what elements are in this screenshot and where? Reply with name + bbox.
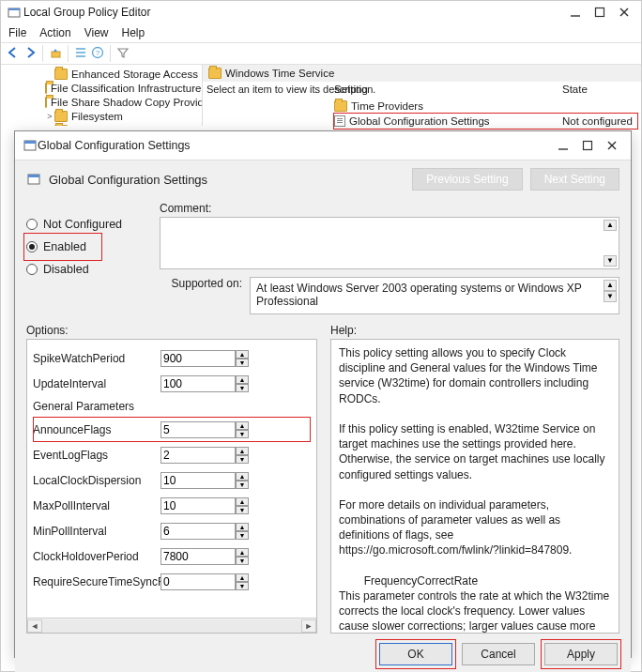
close-icon[interactable] bbox=[606, 140, 618, 151]
option-value-field[interactable] bbox=[160, 350, 236, 367]
tree-item[interactable]: File Share Shadow Copy Provider bbox=[3, 95, 200, 109]
option-input[interactable]: ▲▼ bbox=[160, 472, 249, 489]
column-headers: Setting State bbox=[334, 84, 637, 95]
option-group-header: General Parameters bbox=[33, 396, 311, 417]
option-input[interactable]: ▲▼ bbox=[160, 350, 249, 367]
list-pane: Windows Time Service Select an item to v… bbox=[203, 65, 641, 126]
option-row: MaxPollInterval▲▼ bbox=[33, 493, 311, 518]
spin-up-icon[interactable]: ▲ bbox=[236, 447, 249, 455]
option-key: UpdateInterval bbox=[33, 377, 153, 390]
maximize-icon[interactable] bbox=[594, 7, 605, 18]
radio-icon bbox=[26, 264, 38, 275]
spin-up-icon[interactable]: ▲ bbox=[236, 548, 249, 557]
spin-down-icon[interactable]: ▼ bbox=[236, 557, 249, 565]
maximize-icon[interactable] bbox=[582, 140, 593, 151]
apply-button[interactable]: Apply bbox=[544, 643, 618, 665]
spin-up-icon[interactable]: ▲ bbox=[236, 350, 249, 359]
settings-dialog: Global Configuration Settings Global Con… bbox=[14, 130, 632, 658]
up-arrow-icon[interactable]: ▲ bbox=[604, 280, 617, 291]
scroll-track[interactable] bbox=[42, 619, 301, 633]
menu-view[interactable]: View bbox=[84, 26, 109, 39]
list-row-time-providers[interactable]: Time Providers bbox=[334, 99, 637, 114]
list-icon[interactable] bbox=[74, 46, 87, 62]
up-arrow-icon[interactable]: ▲ bbox=[604, 220, 617, 231]
comment-textarea[interactable]: ▲ ▼ bbox=[160, 217, 619, 269]
spin-down-icon[interactable]: ▼ bbox=[236, 582, 249, 590]
supported-text: At least Windows Server 2003 operating s… bbox=[250, 277, 619, 314]
tree-item[interactable]: File Classification Infrastructure bbox=[3, 81, 200, 95]
menu-action[interactable]: Action bbox=[39, 26, 70, 39]
list-row-global-config[interactable]: Global Configuration Settings bbox=[334, 114, 637, 129]
spin-up-icon[interactable]: ▲ bbox=[236, 472, 249, 481]
option-value-field[interactable] bbox=[160, 447, 236, 464]
spin-up-icon[interactable]: ▲ bbox=[236, 375, 249, 384]
col-setting[interactable]: Setting bbox=[334, 84, 562, 95]
option-value-field[interactable] bbox=[160, 421, 236, 438]
option-input[interactable]: ▲▼ bbox=[160, 523, 249, 540]
spin-down-icon[interactable]: ▼ bbox=[236, 455, 249, 464]
menu-file[interactable]: File bbox=[8, 26, 26, 39]
menu-help[interactable]: Help bbox=[122, 26, 145, 39]
row-label: Time Providers bbox=[351, 100, 562, 112]
spin-down-icon[interactable]: ▼ bbox=[236, 481, 249, 489]
svg-text:?: ? bbox=[96, 49, 100, 57]
option-value-field[interactable] bbox=[160, 375, 236, 392]
tree-pane[interactable]: Enhanced Storage AccessFile Classificati… bbox=[1, 65, 203, 126]
radio-label: Disabled bbox=[43, 263, 89, 276]
option-row: MinPollInterval▲▼ bbox=[33, 518, 311, 543]
option-input[interactable]: ▲▼ bbox=[160, 497, 249, 514]
up-icon[interactable] bbox=[49, 46, 62, 62]
option-input[interactable]: ▲▼ bbox=[160, 548, 249, 565]
filter-icon[interactable] bbox=[116, 46, 130, 62]
option-input[interactable]: ▲▼ bbox=[160, 421, 249, 438]
options-label: Options: bbox=[26, 324, 317, 337]
minimize-icon[interactable] bbox=[558, 140, 569, 151]
spin-up-icon[interactable]: ▲ bbox=[236, 421, 249, 430]
option-key: MaxPollInterval bbox=[33, 499, 153, 512]
tree-item[interactable]: Folder Redirection bbox=[3, 123, 200, 126]
options-h-scrollbar[interactable]: ◄ ► bbox=[27, 618, 316, 633]
option-input[interactable]: ▲▼ bbox=[160, 375, 249, 392]
tree-item[interactable]: Enhanced Storage Access bbox=[3, 67, 200, 81]
close-icon[interactable] bbox=[619, 7, 630, 18]
list-header-title: Windows Time Service bbox=[225, 68, 334, 79]
forward-icon[interactable] bbox=[23, 46, 37, 62]
spin-down-icon[interactable]: ▼ bbox=[236, 359, 249, 367]
folder-icon bbox=[45, 83, 47, 94]
option-row: UpdateInterval▲▼ bbox=[33, 371, 311, 396]
col-state[interactable]: State bbox=[562, 84, 637, 95]
spin-up-icon[interactable]: ▲ bbox=[236, 573, 249, 582]
spin-down-icon[interactable]: ▼ bbox=[236, 384, 249, 392]
back-icon[interactable] bbox=[7, 46, 20, 62]
radio-not-configured[interactable]: Not Configured bbox=[26, 213, 148, 236]
next-setting-button[interactable]: Next Setting bbox=[530, 168, 619, 191]
spin-down-icon[interactable]: ▼ bbox=[236, 506, 249, 514]
option-row: EventLogFlags▲▼ bbox=[33, 442, 311, 467]
options-panel: SpikeWatchPeriod▲▼UpdateInterval▲▼Genera… bbox=[26, 339, 317, 634]
option-value-field[interactable] bbox=[160, 573, 236, 590]
spin-down-icon[interactable]: ▼ bbox=[236, 531, 249, 540]
radio-enabled[interactable]: Enabled bbox=[26, 236, 99, 258]
help-icon[interactable]: ? bbox=[91, 46, 104, 62]
option-value-field[interactable] bbox=[160, 548, 236, 565]
spin-up-icon[interactable]: ▲ bbox=[236, 523, 249, 531]
cancel-button[interactable]: Cancel bbox=[462, 643, 535, 665]
spin-down-icon[interactable]: ▼ bbox=[236, 430, 249, 438]
down-arrow-icon[interactable]: ▼ bbox=[604, 255, 617, 267]
option-input[interactable]: ▲▼ bbox=[160, 447, 249, 464]
option-value-field[interactable] bbox=[160, 523, 236, 540]
option-key: LocalClockDispersion bbox=[33, 474, 153, 487]
down-arrow-icon[interactable]: ▼ bbox=[604, 291, 617, 302]
ok-button[interactable]: OK bbox=[379, 643, 452, 665]
option-input[interactable]: ▲▼ bbox=[160, 573, 249, 590]
previous-setting-button[interactable]: Previous Setting bbox=[412, 168, 522, 191]
option-value-field[interactable] bbox=[160, 472, 236, 489]
option-key: SpikeWatchPeriod bbox=[33, 352, 153, 365]
scroll-right-icon[interactable]: ► bbox=[301, 619, 316, 633]
minimize-icon[interactable] bbox=[570, 7, 581, 18]
option-value-field[interactable] bbox=[160, 497, 236, 514]
tree-item[interactable]: >Filesystem bbox=[3, 109, 200, 123]
radio-disabled[interactable]: Disabled bbox=[26, 258, 148, 281]
spin-up-icon[interactable]: ▲ bbox=[236, 497, 249, 506]
scroll-left-icon[interactable]: ◄ bbox=[27, 619, 42, 633]
